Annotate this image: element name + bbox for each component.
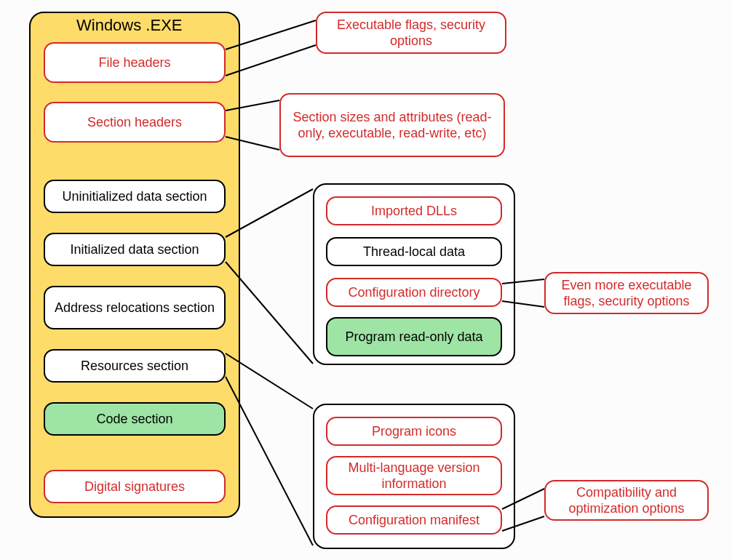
- item-config-directory: Configuration directory: [326, 278, 502, 307]
- diagram-title: Windows .EXE: [76, 16, 183, 35]
- section-section-headers: Section headers: [44, 102, 226, 143]
- annotation-file-headers: Executable flags, security options: [316, 12, 506, 54]
- section-digital-signatures: Digital signatures: [44, 470, 226, 503]
- section-init-data: Initialized data section: [44, 233, 226, 266]
- section-resources: Resources section: [44, 349, 226, 383]
- section-uninit-data: Uninitialized data section: [44, 180, 226, 213]
- item-program-icons: Program icons: [326, 417, 502, 446]
- item-readonly-data: Program read-only data: [326, 317, 502, 356]
- annotation-section-headers: Section sizes and attributes (read-only,…: [279, 93, 505, 157]
- item-thread-local: Thread-local data: [326, 237, 502, 266]
- item-imported-dlls: Imported DLLs: [326, 196, 502, 225]
- item-config-manifest: Configuration manifest: [326, 505, 502, 535]
- annotation-manifest: Compatibility and optimization options: [544, 480, 709, 521]
- section-addr-reloc: Address relocations section: [44, 286, 226, 329]
- section-code: Code section: [44, 402, 226, 436]
- section-file-headers: File headers: [44, 42, 226, 83]
- annotation-config-dir: Even more executable flags, security opt…: [544, 272, 709, 314]
- item-version-info: Multi-language version information: [326, 456, 502, 495]
